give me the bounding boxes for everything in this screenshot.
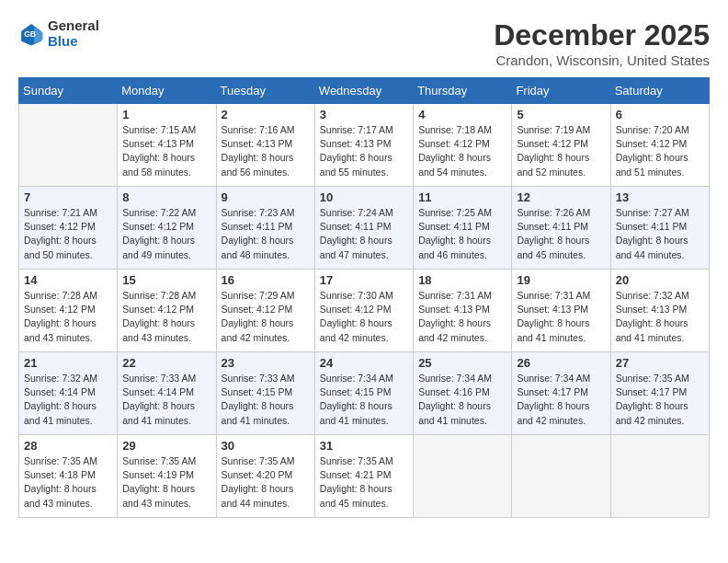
logo-text: General Blue (48, 18, 99, 49)
calendar-day-cell: 6Sunrise: 7:20 AMSunset: 4:12 PMDaylight… (610, 104, 709, 187)
day-number: 23 (222, 356, 310, 370)
logo: GB General Blue (18, 18, 99, 49)
day-info: Sunrise: 7:32 AMSunset: 4:14 PMDaylight:… (24, 372, 112, 428)
day-info: Sunrise: 7:35 AMSunset: 4:21 PMDaylight:… (320, 454, 408, 511)
calendar-day-cell: 8Sunrise: 7:22 AMSunset: 4:12 PMDaylight… (118, 187, 216, 270)
day-number: 27 (616, 356, 704, 370)
day-info: Sunrise: 7:34 AMSunset: 4:16 PMDaylight:… (418, 372, 506, 428)
day-number: 7 (24, 190, 112, 204)
day-of-week-header: Saturday (610, 78, 709, 104)
calendar-day-cell: 23Sunrise: 7:33 AMSunset: 4:15 PMDayligh… (216, 352, 314, 435)
day-number: 22 (122, 356, 210, 370)
day-info: Sunrise: 7:25 AMSunset: 4:11 PMDaylight:… (418, 206, 506, 262)
day-of-week-header: Tuesday (216, 78, 314, 104)
calendar-day-cell: 10Sunrise: 7:24 AMSunset: 4:11 PMDayligh… (314, 187, 413, 270)
day-info: Sunrise: 7:18 AMSunset: 4:12 PMDaylight:… (418, 123, 506, 179)
day-of-week-header: Wednesday (314, 78, 413, 104)
calendar-day-cell: 20Sunrise: 7:32 AMSunset: 4:13 PMDayligh… (610, 270, 709, 352)
calendar-day-cell: 9Sunrise: 7:23 AMSunset: 4:11 PMDaylight… (216, 187, 314, 270)
calendar-day-cell: 25Sunrise: 7:34 AMSunset: 4:16 PMDayligh… (414, 352, 512, 435)
calendar-day-cell (19, 104, 118, 187)
day-info: Sunrise: 7:16 AMSunset: 4:13 PMDaylight:… (222, 123, 310, 179)
day-info: Sunrise: 7:28 AMSunset: 4:12 PMDaylight:… (24, 289, 112, 345)
svg-text:GB: GB (24, 29, 36, 39)
calendar-week-row: 14Sunrise: 7:28 AMSunset: 4:12 PMDayligh… (19, 270, 710, 352)
day-info: Sunrise: 7:33 AMSunset: 4:14 PMDaylight:… (122, 372, 210, 428)
day-number: 31 (320, 439, 408, 453)
day-number: 5 (517, 108, 605, 121)
day-info: Sunrise: 7:19 AMSunset: 4:12 PMDaylight:… (517, 123, 605, 179)
calendar-day-cell: 26Sunrise: 7:34 AMSunset: 4:17 PMDayligh… (512, 352, 610, 435)
day-number: 1 (122, 108, 210, 121)
calendar-day-cell (610, 435, 709, 518)
calendar-day-cell: 7Sunrise: 7:21 AMSunset: 4:12 PMDaylight… (19, 187, 118, 270)
calendar-day-cell (512, 435, 610, 518)
day-number: 4 (418, 108, 506, 121)
day-number: 9 (222, 190, 310, 204)
day-number: 29 (122, 439, 210, 453)
calendar-day-cell: 11Sunrise: 7:25 AMSunset: 4:11 PMDayligh… (414, 187, 512, 270)
day-of-week-header: Monday (118, 78, 216, 104)
day-number: 10 (320, 190, 408, 204)
day-info: Sunrise: 7:29 AMSunset: 4:12 PMDaylight:… (222, 289, 310, 345)
day-info: Sunrise: 7:17 AMSunset: 4:13 PMDaylight:… (320, 123, 408, 179)
day-info: Sunrise: 7:21 AMSunset: 4:12 PMDaylight:… (24, 206, 112, 262)
calendar-day-cell: 12Sunrise: 7:26 AMSunset: 4:11 PMDayligh… (512, 187, 610, 270)
page-header: GB General Blue December 2025 Crandon, W… (18, 18, 710, 68)
day-info: Sunrise: 7:32 AMSunset: 4:13 PMDaylight:… (616, 289, 704, 345)
day-number: 21 (24, 356, 112, 370)
calendar-day-cell: 21Sunrise: 7:32 AMSunset: 4:14 PMDayligh… (19, 352, 118, 435)
day-info: Sunrise: 7:22 AMSunset: 4:12 PMDaylight:… (122, 206, 210, 262)
day-number: 30 (222, 439, 310, 453)
day-number: 3 (320, 108, 408, 121)
logo-blue: Blue (48, 33, 78, 49)
day-number: 15 (122, 273, 210, 287)
calendar-day-cell: 2Sunrise: 7:16 AMSunset: 4:13 PMDaylight… (216, 104, 314, 187)
day-info: Sunrise: 7:34 AMSunset: 4:17 PMDaylight:… (517, 372, 605, 428)
day-info: Sunrise: 7:35 AMSunset: 4:20 PMDaylight:… (222, 454, 310, 511)
day-info: Sunrise: 7:27 AMSunset: 4:11 PMDaylight:… (616, 206, 704, 262)
calendar-day-cell: 14Sunrise: 7:28 AMSunset: 4:12 PMDayligh… (19, 270, 118, 352)
calendar-day-cell: 29Sunrise: 7:35 AMSunset: 4:19 PMDayligh… (118, 435, 216, 518)
day-number: 25 (418, 356, 506, 370)
month-title: December 2025 (494, 18, 710, 52)
day-info: Sunrise: 7:28 AMSunset: 4:12 PMDaylight:… (122, 289, 210, 345)
logo-general: General (48, 17, 99, 33)
day-number: 18 (418, 273, 506, 287)
day-info: Sunrise: 7:31 AMSunset: 4:13 PMDaylight:… (517, 289, 605, 345)
calendar-day-cell: 3Sunrise: 7:17 AMSunset: 4:13 PMDaylight… (314, 104, 413, 187)
calendar-day-cell: 24Sunrise: 7:34 AMSunset: 4:15 PMDayligh… (314, 352, 413, 435)
day-info: Sunrise: 7:35 AMSunset: 4:17 PMDaylight:… (616, 372, 704, 428)
day-of-week-header: Sunday (19, 78, 118, 104)
calendar-day-cell: 4Sunrise: 7:18 AMSunset: 4:12 PMDaylight… (414, 104, 512, 187)
day-number: 19 (517, 273, 605, 287)
calendar-table: SundayMondayTuesdayWednesdayThursdayFrid… (18, 77, 710, 518)
day-info: Sunrise: 7:26 AMSunset: 4:11 PMDaylight:… (517, 206, 605, 262)
calendar-week-row: 7Sunrise: 7:21 AMSunset: 4:12 PMDaylight… (19, 187, 710, 270)
day-number: 2 (222, 108, 310, 121)
calendar-day-cell: 30Sunrise: 7:35 AMSunset: 4:20 PMDayligh… (216, 435, 314, 518)
calendar-day-cell: 28Sunrise: 7:35 AMSunset: 4:18 PMDayligh… (19, 435, 118, 518)
day-number: 13 (616, 190, 704, 204)
day-info: Sunrise: 7:23 AMSunset: 4:11 PMDaylight:… (222, 206, 310, 262)
calendar-day-cell: 15Sunrise: 7:28 AMSunset: 4:12 PMDayligh… (118, 270, 216, 352)
day-number: 14 (24, 273, 112, 287)
day-number: 12 (517, 190, 605, 204)
calendar-day-cell: 17Sunrise: 7:30 AMSunset: 4:12 PMDayligh… (314, 270, 413, 352)
day-number: 8 (122, 190, 210, 204)
calendar-day-cell: 19Sunrise: 7:31 AMSunset: 4:13 PMDayligh… (512, 270, 610, 352)
calendar-day-cell: 1Sunrise: 7:15 AMSunset: 4:13 PMDaylight… (118, 104, 216, 187)
day-info: Sunrise: 7:31 AMSunset: 4:13 PMDaylight:… (418, 289, 506, 345)
calendar-day-cell: 27Sunrise: 7:35 AMSunset: 4:17 PMDayligh… (610, 352, 709, 435)
location: Crandon, Wisconsin, United States (494, 52, 710, 68)
calendar-day-cell: 13Sunrise: 7:27 AMSunset: 4:11 PMDayligh… (610, 187, 709, 270)
day-info: Sunrise: 7:35 AMSunset: 4:18 PMDaylight:… (24, 454, 112, 511)
day-number: 16 (222, 273, 310, 287)
day-number: 6 (616, 108, 704, 121)
day-number: 17 (320, 273, 408, 287)
calendar-week-row: 28Sunrise: 7:35 AMSunset: 4:18 PMDayligh… (19, 435, 710, 518)
day-of-week-header: Thursday (414, 78, 512, 104)
day-number: 11 (418, 190, 506, 204)
day-number: 20 (616, 273, 704, 287)
day-info: Sunrise: 7:20 AMSunset: 4:12 PMDaylight:… (616, 123, 704, 179)
